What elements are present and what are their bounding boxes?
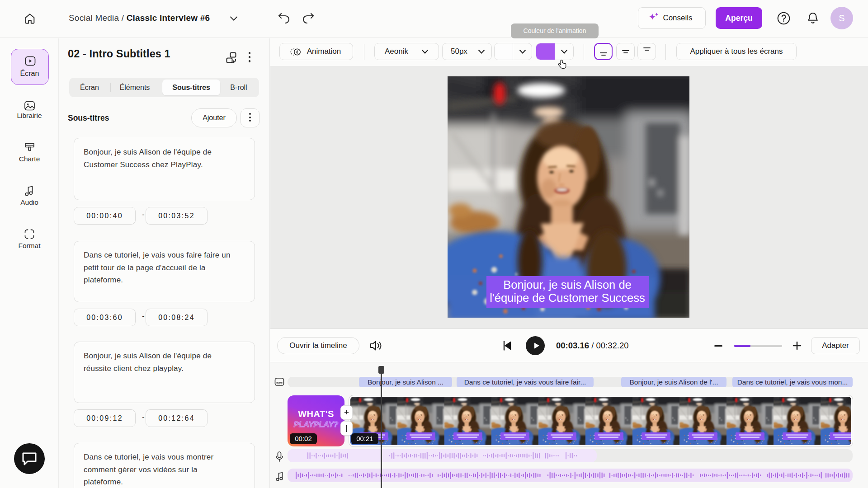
svg-text:Bonjour, je suis Alison de: Bonjour, je suis Alison de <box>503 278 632 291</box>
svg-text:l'équipe de Customer Success: l'équipe de Customer Success <box>490 291 645 304</box>
